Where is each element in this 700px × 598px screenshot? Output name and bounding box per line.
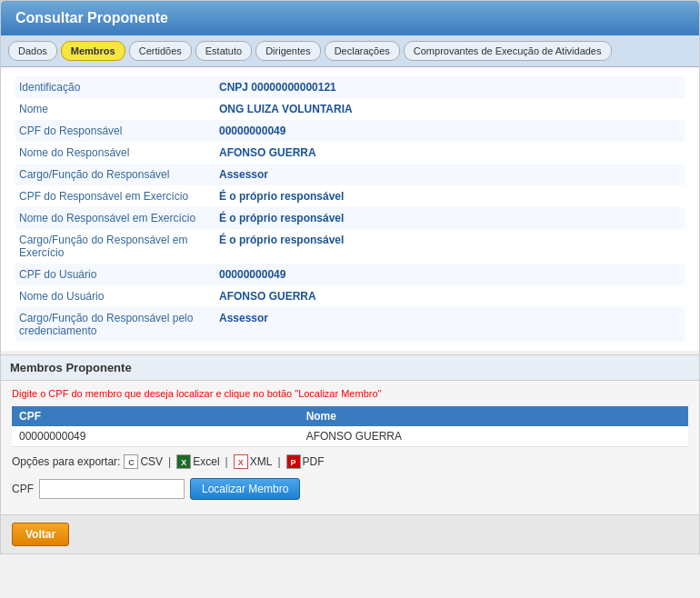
info-label: Cargo/Função do Responsável [15,164,215,185]
info-label: CPF do Responsável em Exercício [15,185,215,207]
section-title: Membros Proponente [10,361,132,374]
cpf-search-label: CPF [12,483,34,495]
info-value: 00000000049 [215,264,685,285]
info-row: Nome do UsuárioAFONSO GUERRA [15,285,685,307]
info-row: Cargo/Função do ResponsávelAssessor [15,164,685,185]
info-row: CPF do Responsável00000000049 [15,120,685,142]
info-value: É o próprio responsável [215,185,685,207]
pdf-label: PDF [303,455,325,468]
csv-label: CSV [140,455,163,468]
export-row: Opções para exportar: C CSV | X Excel | … [12,454,688,469]
info-row: Cargo/Função do Responsável pelo credenc… [15,307,685,342]
members-note: Digite o CPF do membro que deseja locali… [12,388,688,399]
info-row: Nome do ResponsávelAFONSO GUERRA [15,142,685,164]
info-label: Nome do Responsável [15,142,215,164]
sep2: | [225,455,228,468]
cpf-search-row: CPF Localizar Membro [12,478,688,500]
info-label: Nome do Responsável em Exercício [15,207,215,229]
tab-declaracoes[interactable]: Declarações [325,41,400,61]
members-table: CPF Nome 00000000049AFONSO GUERRA [12,406,688,447]
localizar-membro-button[interactable]: Localizar Membro [190,478,300,500]
info-row: Cargo/Função do Responsável em Exercício… [15,229,685,264]
info-row: IdentificaçãoCNPJ 00000000000121 [15,76,685,98]
tab-dados[interactable]: Dados [8,41,57,61]
cell-nome: AFONSO GUERRA [299,426,688,447]
info-value: ONG LUIZA VOLUNTARIA [215,98,685,120]
info-label: Cargo/Função do Responsável pelo credenc… [15,307,215,342]
sep3: | [277,455,280,468]
export-xml[interactable]: X XML [234,454,273,469]
info-value: AFONSO GUERRA [215,285,685,307]
page-wrapper: Consultar Proponente DadosMembrosCertidõ… [0,0,700,554]
export-excel[interactable]: X Excel [176,454,219,469]
csv-icon: C [124,454,138,469]
header-row: CPF Nome [12,406,688,426]
info-value: É o próprio responsável [215,229,685,264]
excel-icon: X [176,454,191,469]
col-cpf: CPF [12,406,299,426]
members-section: Digite o CPF do membro que deseja locali… [1,381,699,514]
members-table-body: 00000000049AFONSO GUERRA [12,426,688,447]
sep1: | [168,455,171,468]
info-value: Assessor [215,164,685,185]
cell-cpf: 00000000049 [12,426,299,447]
info-label: Cargo/Função do Responsável em Exercício [15,229,215,264]
info-value: É o próprio responsável [215,207,685,229]
content-area: IdentificaçãoCNPJ 00000000000121NomeONG … [1,67,699,351]
info-label: CPF do Usuário [15,264,215,285]
info-label: Nome [15,98,215,120]
export-csv[interactable]: C CSV [124,454,163,469]
export-pdf[interactable]: P PDF [286,454,325,469]
tabs-bar: DadosMembrosCertidõesEstatutoDirigentesD… [1,35,699,67]
info-label: Nome do Usuário [15,285,215,307]
info-row: CPF do Responsável em ExercícioÉ o própr… [15,185,685,207]
pdf-icon: P [286,454,301,469]
tab-certidoes[interactable]: Certidões [129,41,192,61]
info-label: Identificação [15,76,215,98]
info-row: NomeONG LUIZA VOLUNTARIA [15,98,685,120]
export-label: Opções para exportar: [12,455,120,468]
tab-comprovantes[interactable]: Comprovantes de Execução de Atividades [404,41,612,61]
excel-label: Excel [193,455,219,468]
info-row: Nome do Responsável em ExercícioÉ o próp… [15,207,685,229]
voltar-button[interactable]: Voltar [12,523,69,546]
section-divider: Membros Proponente [1,354,699,381]
xml-label: XML [250,455,273,468]
page-header: Consultar Proponente [1,1,699,35]
page-title: Consultar Proponente [15,10,168,25]
back-section: Voltar [1,514,699,553]
info-value: 00000000049 [215,120,685,142]
cpf-search-input[interactable] [39,479,185,499]
info-value: AFONSO GUERRA [215,142,685,164]
tab-dirigentes[interactable]: Dirigentes [255,41,321,61]
info-value: Assessor [215,307,685,342]
info-table: IdentificaçãoCNPJ 00000000000121NomeONG … [15,76,685,342]
info-row: CPF do Usuário00000000049 [15,264,685,285]
info-value: CNPJ 00000000000121 [215,76,685,98]
tab-membros[interactable]: Membros [61,41,125,61]
xml-icon: X [234,454,248,469]
col-nome: Nome [299,406,688,426]
info-label: CPF do Responsável [15,120,215,142]
table-row: 00000000049AFONSO GUERRA [12,426,688,447]
tab-estatuto[interactable]: Estatuto [195,41,252,61]
members-table-header: CPF Nome [12,406,688,426]
